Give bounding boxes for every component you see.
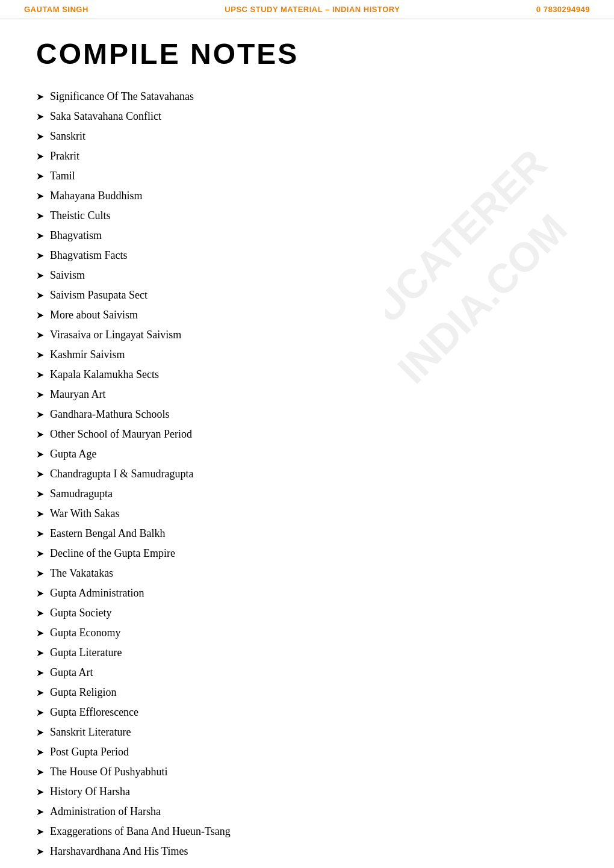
list-item: ➤Saivism Pasupata Sect (36, 287, 578, 303)
list-item-text: Exaggerations of Bana And Hueun-Tsang (50, 823, 231, 840)
list-item-text: Other School of Mauryan Period (50, 426, 192, 442)
list-item-text: Gupta Society (50, 605, 111, 621)
list-item-text: Mahayana Buddhism (50, 188, 142, 204)
list-item-text: Virasaiva or Lingayat Saivism (50, 327, 181, 343)
list-item: ➤Sanskrit (36, 128, 578, 144)
arrow-icon: ➤ (36, 467, 44, 482)
list-item-text: Kapala Kalamukha Sects (50, 367, 159, 383)
list-item-text: Sanskrit Literature (50, 724, 131, 740)
list-item: ➤Samudragupta (36, 486, 578, 502)
arrow-icon: ➤ (36, 825, 44, 839)
list-item-text: Bhagvatism Facts (50, 247, 128, 264)
header-phone: 0 7830294949 (536, 5, 590, 14)
list-item-text: Prakrit (50, 148, 79, 164)
list-item: ➤Gupta Literature (36, 645, 578, 661)
arrow-icon: ➤ (36, 328, 44, 343)
arrow-icon: ➤ (36, 110, 44, 124)
arrow-icon: ➤ (36, 586, 44, 601)
list-item: ➤Post Gupta Period (36, 744, 578, 760)
arrow-icon: ➤ (36, 805, 44, 819)
list-item-text: The Vakatakas (50, 565, 113, 581)
list-item: ➤The House Of Pushyabhuti (36, 764, 578, 780)
arrow-icon: ➤ (36, 646, 44, 660)
arrow-icon: ➤ (36, 507, 44, 521)
list-item: ➤The Vakatakas (36, 565, 578, 581)
list-item: ➤Saivism (36, 267, 578, 284)
list-item-text: Theistic Cults (50, 208, 111, 224)
arrow-icon: ➤ (36, 765, 44, 780)
arrow-icon: ➤ (36, 527, 44, 541)
list-item: ➤Sanskrit Literature (36, 724, 578, 740)
arrow-icon: ➤ (36, 288, 44, 303)
header-bar: GAUTAM SINGH UPSC STUDY MATERIAL – INDIA… (0, 0, 614, 19)
arrow-icon: ➤ (36, 686, 44, 700)
list-item-text: Harshavardhana And His Times (50, 843, 188, 860)
list-item: ➤Gupta Religion (36, 684, 578, 701)
list-item: ➤Gupta Society (36, 605, 578, 621)
arrow-icon: ➤ (36, 368, 44, 382)
arrow-icon: ➤ (36, 249, 44, 263)
arrow-icon: ➤ (36, 169, 44, 184)
list-item-text: Chandragupta I & Samudragupta (50, 466, 193, 482)
list-item: ➤Gupta Efflorescence (36, 704, 578, 721)
list-item-text: Significance Of The Satavahanas (50, 88, 194, 105)
arrow-icon: ➤ (36, 626, 44, 640)
list-item: ➤Prakrit (36, 148, 578, 164)
arrow-icon: ➤ (36, 566, 44, 581)
arrow-icon: ➤ (36, 388, 44, 402)
list-item: ➤Other School of Mauryan Period (36, 426, 578, 442)
toc-list: ➤Significance Of The Satavahanas➤Saka Sa… (36, 88, 578, 860)
list-item-text: Gupta Religion (50, 684, 117, 701)
list-item-text: Gupta Administration (50, 585, 144, 601)
list-item-text: Gupta Efflorescence (50, 704, 138, 721)
list-item: ➤Gupta Art (36, 665, 578, 681)
list-item: ➤Gandhara-Mathura Schools (36, 406, 578, 423)
list-item: ➤Gupta Administration (36, 585, 578, 601)
arrow-icon: ➤ (36, 209, 44, 223)
list-item-text: Gupta Economy (50, 625, 120, 641)
arrow-icon: ➤ (36, 308, 44, 323)
arrow-icon: ➤ (36, 547, 44, 561)
arrow-icon: ➤ (36, 149, 44, 164)
arrow-icon: ➤ (36, 487, 44, 501)
arrow-icon: ➤ (36, 90, 44, 104)
list-item: ➤Tamil (36, 168, 578, 184)
header-author: GAUTAM SINGH (24, 5, 88, 14)
page-title: COMPILE NOTES (36, 37, 578, 70)
list-item-text: Saivism (50, 267, 85, 284)
list-item-text: War With Sakas (50, 506, 119, 522)
list-item: ➤Mauryan Art (36, 386, 578, 403)
list-item: ➤Mahayana Buddhism (36, 188, 578, 204)
arrow-icon: ➤ (36, 745, 44, 760)
list-item-text: Kashmir Saivism (50, 347, 125, 363)
list-item-text: Mauryan Art (50, 386, 105, 403)
list-item: ➤Eastern Bengal And Balkh (36, 525, 578, 542)
list-item: ➤History Of Harsha (36, 784, 578, 800)
list-item-text: Tamil (50, 168, 75, 184)
list-item-text: Gupta Age (50, 446, 96, 462)
list-item: ➤Harshavardhana And His Times (36, 843, 578, 860)
list-item: ➤Kashmir Saivism (36, 347, 578, 363)
arrow-icon: ➤ (36, 348, 44, 362)
list-item-text: Saivism Pasupata Sect (50, 287, 147, 303)
list-item: ➤More about Saivism (36, 307, 578, 323)
list-item-text: Eastern Bengal And Balkh (50, 525, 165, 542)
list-item-text: Post Gupta Period (50, 744, 129, 760)
list-item: ➤Theistic Cults (36, 208, 578, 224)
arrow-icon: ➤ (36, 705, 44, 720)
list-item-text: More about Saivism (50, 307, 138, 323)
arrow-icon: ➤ (36, 606, 44, 621)
arrow-icon: ➤ (36, 725, 44, 740)
list-item: ➤War With Sakas (36, 506, 578, 522)
arrow-icon: ➤ (36, 447, 44, 462)
arrow-icon: ➤ (36, 268, 44, 283)
arrow-icon: ➤ (36, 129, 44, 144)
list-item: ➤Bhagvatism Facts (36, 247, 578, 264)
list-item-text: Bhagvatism (50, 228, 102, 244)
list-item: ➤Administration of Harsha (36, 804, 578, 820)
list-item: ➤Virasaiva or Lingayat Saivism (36, 327, 578, 343)
list-item: ➤Kapala Kalamukha Sects (36, 367, 578, 383)
list-item-text: The House Of Pushyabhuti (50, 764, 167, 780)
arrow-icon: ➤ (36, 427, 44, 442)
list-item: ➤Exaggerations of Bana And Hueun-Tsang (36, 823, 578, 840)
